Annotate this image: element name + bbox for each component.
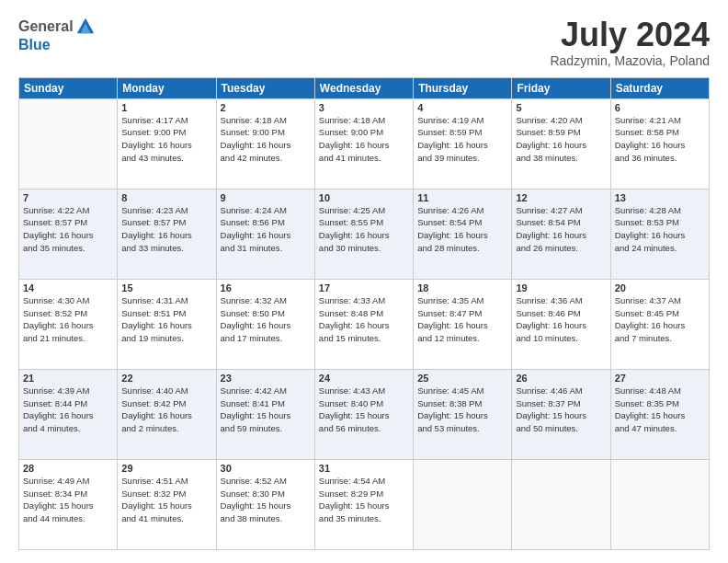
table-row: 16Sunrise: 4:32 AM Sunset: 8:50 PM Dayli…: [216, 279, 314, 369]
day-info: Sunrise: 4:24 AM Sunset: 8:56 PM Dayligh…: [221, 204, 311, 255]
month-title: July 2024: [550, 17, 710, 53]
day-info: Sunrise: 4:30 AM Sunset: 8:52 PM Dayligh…: [23, 294, 113, 345]
logo-blue-text: Blue: [18, 37, 51, 53]
day-info: Sunrise: 4:52 AM Sunset: 8:30 PM Dayligh…: [221, 475, 311, 525]
table-row: 30Sunrise: 4:52 AM Sunset: 8:30 PM Dayli…: [216, 459, 314, 549]
day-info: Sunrise: 4:36 AM Sunset: 8:46 PM Dayligh…: [516, 294, 606, 345]
day-info: Sunrise: 4:19 AM Sunset: 8:59 PM Dayligh…: [417, 114, 507, 165]
day-number: 18: [417, 282, 507, 293]
day-info: Sunrise: 4:40 AM Sunset: 8:42 PM Dayligh…: [121, 385, 211, 435]
header: General Blue July 2024 Radzymin, Mazovia…: [18, 17, 710, 68]
table-row: 13Sunrise: 4:28 AM Sunset: 8:53 PM Dayli…: [610, 189, 709, 279]
table-row: 17Sunrise: 4:33 AM Sunset: 8:48 PM Dayli…: [314, 279, 413, 369]
table-row: 5Sunrise: 4:20 AM Sunset: 8:59 PM Daylig…: [512, 98, 610, 189]
day-number: 24: [319, 373, 409, 384]
day-number: 13: [615, 192, 705, 203]
day-info: Sunrise: 4:42 AM Sunset: 8:41 PM Dayligh…: [221, 385, 311, 435]
calendar-week-row: 14Sunrise: 4:30 AM Sunset: 8:52 PM Dayli…: [19, 279, 710, 369]
day-number: 31: [319, 463, 409, 474]
table-row: 23Sunrise: 4:42 AM Sunset: 8:41 PM Dayli…: [216, 369, 314, 459]
table-row: 21Sunrise: 4:39 AM Sunset: 8:44 PM Dayli…: [19, 369, 118, 459]
calendar-week-row: 21Sunrise: 4:39 AM Sunset: 8:44 PM Dayli…: [19, 369, 710, 459]
day-info: Sunrise: 4:49 AM Sunset: 8:34 PM Dayligh…: [23, 475, 113, 525]
day-info: Sunrise: 4:43 AM Sunset: 8:40 PM Dayligh…: [319, 385, 409, 435]
calendar-week-row: 7Sunrise: 4:22 AM Sunset: 8:57 PM Daylig…: [19, 189, 710, 279]
day-info: Sunrise: 4:31 AM Sunset: 8:51 PM Dayligh…: [121, 294, 211, 345]
day-number: 3: [319, 102, 409, 113]
day-number: 27: [615, 373, 705, 384]
day-number: 23: [221, 373, 311, 384]
col-monday: Monday: [118, 77, 216, 98]
table-row: 10Sunrise: 4:25 AM Sunset: 8:55 PM Dayli…: [314, 189, 413, 279]
day-number: 14: [23, 282, 113, 293]
day-info: Sunrise: 4:35 AM Sunset: 8:47 PM Dayligh…: [417, 294, 507, 345]
day-info: Sunrise: 4:32 AM Sunset: 8:50 PM Dayligh…: [221, 294, 311, 345]
day-number: 4: [417, 102, 507, 113]
day-info: Sunrise: 4:17 AM Sunset: 9:00 PM Dayligh…: [121, 114, 211, 165]
page: General Blue July 2024 Radzymin, Mazovia…: [0, 0, 728, 563]
calendar-week-row: 1Sunrise: 4:17 AM Sunset: 9:00 PM Daylig…: [19, 98, 710, 189]
day-number: 28: [23, 463, 113, 474]
table-row: 31Sunrise: 4:54 AM Sunset: 8:29 PM Dayli…: [314, 459, 413, 549]
day-number: 16: [221, 282, 311, 293]
table-row: [414, 459, 512, 549]
day-number: 10: [319, 192, 409, 203]
day-info: Sunrise: 4:46 AM Sunset: 8:37 PM Dayligh…: [516, 385, 606, 435]
day-number: 19: [516, 282, 606, 293]
day-info: Sunrise: 4:22 AM Sunset: 8:57 PM Dayligh…: [23, 204, 113, 255]
day-number: 17: [319, 282, 409, 293]
day-info: Sunrise: 4:25 AM Sunset: 8:55 PM Dayligh…: [319, 204, 409, 255]
day-info: Sunrise: 4:51 AM Sunset: 8:32 PM Dayligh…: [121, 475, 211, 525]
table-row: 20Sunrise: 4:37 AM Sunset: 8:45 PM Dayli…: [610, 279, 709, 369]
day-number: 11: [417, 192, 507, 203]
day-info: Sunrise: 4:27 AM Sunset: 8:54 PM Dayligh…: [516, 204, 606, 255]
col-sunday: Sunday: [19, 77, 118, 98]
table-row: [610, 459, 709, 549]
table-row: 14Sunrise: 4:30 AM Sunset: 8:52 PM Dayli…: [19, 279, 118, 369]
day-info: Sunrise: 4:28 AM Sunset: 8:53 PM Dayligh…: [615, 204, 705, 255]
table-row: 8Sunrise: 4:23 AM Sunset: 8:57 PM Daylig…: [118, 189, 216, 279]
day-info: Sunrise: 4:23 AM Sunset: 8:57 PM Dayligh…: [121, 204, 211, 255]
table-row: 2Sunrise: 4:18 AM Sunset: 9:00 PM Daylig…: [216, 98, 314, 189]
table-row: 25Sunrise: 4:45 AM Sunset: 8:38 PM Dayli…: [414, 369, 512, 459]
col-saturday: Saturday: [610, 77, 709, 98]
day-info: Sunrise: 4:48 AM Sunset: 8:35 PM Dayligh…: [615, 385, 705, 435]
table-row: 4Sunrise: 4:19 AM Sunset: 8:59 PM Daylig…: [414, 98, 512, 189]
calendar-week-row: 28Sunrise: 4:49 AM Sunset: 8:34 PM Dayli…: [19, 459, 710, 549]
table-row: 26Sunrise: 4:46 AM Sunset: 8:37 PM Dayli…: [512, 369, 610, 459]
table-row: [512, 459, 610, 549]
day-number: 7: [23, 192, 113, 203]
table-row: 3Sunrise: 4:18 AM Sunset: 9:00 PM Daylig…: [314, 98, 413, 189]
table-row: 22Sunrise: 4:40 AM Sunset: 8:42 PM Dayli…: [118, 369, 216, 459]
day-info: Sunrise: 4:37 AM Sunset: 8:45 PM Dayligh…: [615, 294, 705, 345]
calendar-header-row: Sunday Monday Tuesday Wednesday Thursday…: [19, 77, 710, 98]
table-row: 1Sunrise: 4:17 AM Sunset: 9:00 PM Daylig…: [118, 98, 216, 189]
day-info: Sunrise: 4:18 AM Sunset: 9:00 PM Dayligh…: [221, 114, 311, 165]
day-info: Sunrise: 4:20 AM Sunset: 8:59 PM Dayligh…: [516, 114, 606, 165]
location: Radzymin, Mazovia, Poland: [550, 53, 710, 68]
calendar-table: Sunday Monday Tuesday Wednesday Thursday…: [18, 77, 710, 550]
day-number: 2: [221, 102, 311, 113]
title-block: July 2024 Radzymin, Mazovia, Poland: [550, 17, 710, 68]
day-info: Sunrise: 4:26 AM Sunset: 8:54 PM Dayligh…: [417, 204, 507, 255]
day-number: 1: [121, 102, 211, 113]
table-row: 9Sunrise: 4:24 AM Sunset: 8:56 PM Daylig…: [216, 189, 314, 279]
table-row: 24Sunrise: 4:43 AM Sunset: 8:40 PM Dayli…: [314, 369, 413, 459]
day-info: Sunrise: 4:45 AM Sunset: 8:38 PM Dayligh…: [417, 385, 507, 435]
table-row: 11Sunrise: 4:26 AM Sunset: 8:54 PM Dayli…: [414, 189, 512, 279]
col-friday: Friday: [512, 77, 610, 98]
table-row: 28Sunrise: 4:49 AM Sunset: 8:34 PM Dayli…: [19, 459, 118, 549]
table-row: 19Sunrise: 4:36 AM Sunset: 8:46 PM Dayli…: [512, 279, 610, 369]
table-row: 6Sunrise: 4:21 AM Sunset: 8:58 PM Daylig…: [610, 98, 709, 189]
logo-general-text: General: [18, 18, 74, 35]
day-number: 12: [516, 192, 606, 203]
day-info: Sunrise: 4:54 AM Sunset: 8:29 PM Dayligh…: [319, 475, 409, 525]
day-number: 21: [23, 373, 113, 384]
day-number: 22: [121, 373, 211, 384]
day-number: 5: [516, 102, 606, 113]
day-info: Sunrise: 4:18 AM Sunset: 9:00 PM Dayligh…: [319, 114, 409, 165]
table-row: 27Sunrise: 4:48 AM Sunset: 8:35 PM Dayli…: [610, 369, 709, 459]
table-row: 29Sunrise: 4:51 AM Sunset: 8:32 PM Dayli…: [118, 459, 216, 549]
day-number: 25: [417, 373, 507, 384]
day-number: 15: [121, 282, 211, 293]
